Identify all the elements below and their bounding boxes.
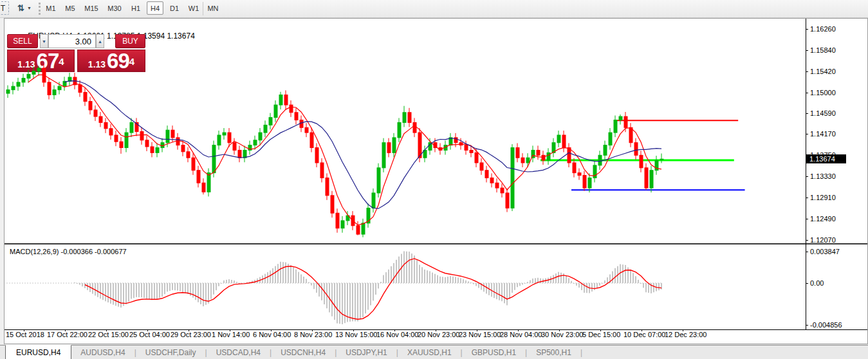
price-axis-tick [806,240,808,241]
timeframe-button-m1[interactable]: M1 [42,1,59,15]
macd-axis-label: 0.003847 [810,248,840,255]
macd-histogram-bar [295,270,297,283]
macd-histogram-bar [226,280,227,283]
macd-histogram-bar [527,282,528,283]
candle-body [624,116,627,127]
macd-histogram-bar [437,275,438,283]
macd-histogram-bar [221,283,222,284]
macd-histogram-bar [378,283,379,288]
candle-body [58,86,61,89]
macd-histogram-bar [218,283,219,286]
window-arrange-button[interactable]: ⇅ ▼ [13,1,36,15]
timeframe-button-w1[interactable]: W1 [185,1,202,15]
macd-histogram-bar [337,283,338,324]
chart-tab-sp500[interactable]: SP500,H1 [527,345,580,359]
candle-body [315,148,319,163]
macd-histogram-bar [661,283,662,290]
macd-histogram-bar [118,283,119,307]
candle-body [640,155,643,168]
chart-tab-audusd[interactable]: AUDUSD,H4 [71,345,134,359]
macd-axis-tick [806,325,808,326]
macd-histogram-bar [403,251,405,283]
macd-histogram-bar [357,283,358,321]
candle-body [547,152,550,160]
macd-histogram-bar [406,252,407,283]
chart-tab-xauusd[interactable]: XAUUSD,H1 [398,345,461,359]
price-axis-label: 1.12910 [810,194,836,201]
candle-body [465,145,468,151]
candle-body [614,120,617,133]
macd-histogram-bar [311,283,312,286]
macd-histogram-bar [365,283,366,313]
macd-histogram-bar [512,283,513,293]
chart-tab-usdjpy[interactable]: USDJPY,H1 [337,345,396,359]
candle-body [274,105,277,118]
macd-chart[interactable] [5,245,806,329]
macd-histogram-bar [97,283,98,297]
macd-histogram-bar [141,283,142,297]
macd-histogram-bar [151,283,152,300]
candle-body [207,173,210,192]
macd-histogram-bar [344,283,346,323]
candle-body [377,168,380,193]
macd-histogram-bar [79,283,80,285]
macd-histogram-bar [576,283,577,286]
chart-tab-strip: EURUSD,H4AUDUSD,H4|USDCHF,Daily|USDCAD,H… [0,345,868,359]
macd-histogram-bar [591,283,593,291]
macd-histogram-bar [316,283,317,293]
text-tool-button[interactable]: T [0,1,9,15]
macd-histogram-bar [275,266,276,283]
macd-histogram-bar [303,277,304,283]
candle-body [372,193,375,208]
macd-histogram-bar [509,283,510,299]
macd-histogram-bar [334,283,335,320]
macd-histogram-bar [236,282,237,283]
timeframe-button-d1[interactable]: D1 [166,1,183,15]
candle-body [382,143,385,168]
macd-indicator-label: MACD(12,26,9) -0.000366 -0.000677 [10,248,127,255]
timeframe-button-m5[interactable]: M5 [62,1,78,15]
candle-body [562,135,566,148]
candle-body [176,138,180,145]
candle-body [305,127,308,133]
chart-tab-eurusd[interactable]: EURUSD,H4 [5,345,71,359]
macd-histogram-bar [524,283,526,284]
time-axis-tick [600,329,601,331]
candle-body [99,116,102,122]
price-axis-tick [806,71,808,72]
macd-histogram-bar [460,278,461,283]
price-axis-label: 1.14170 [810,130,836,138]
chart-tab-usdchf[interactable]: USDCHF,Daily [136,345,205,359]
chart-tab-usdcnh[interactable]: USDCNH,H4 [272,345,335,359]
macd-histogram-bar [231,280,232,283]
chart-tab-usdcad[interactable]: USDCAD,H4 [207,345,270,359]
macd-histogram-bar [517,283,518,287]
timeframe-button-h4[interactable]: H4 [147,1,163,15]
timeframe-button-mn[interactable]: MN [205,1,221,15]
macd-histogram-bar [385,272,387,283]
candle-body [583,176,586,189]
macd-histogram-bar [192,283,194,298]
candle-body [156,148,159,153]
pane-splitter[interactable] [5,243,867,244]
toolbar-grip[interactable] [39,3,41,15]
macd-histogram-bar [476,283,477,286]
candle-body [511,148,514,208]
macd-histogram-bar [530,281,531,283]
chart-tab-gbpusd[interactable]: GBPUSD,H1 [463,345,525,359]
candle-body [254,140,257,145]
candle-body [392,138,396,152]
timeframe-button-m30[interactable]: M30 [104,1,125,15]
time-axis-tick [271,329,272,331]
macd-histogram-bar [463,279,464,283]
price-axis-label: 1.12490 [810,215,836,223]
timeframe-button-m15[interactable]: M15 [81,1,102,15]
macd-histogram-bar [447,277,448,283]
candle-body [217,135,221,145]
macd-histogram-bar [321,283,322,300]
candle-body [233,143,236,151]
time-axis-label: 28 Nov 04:00 [500,331,542,338]
time-axis-label: 13 Nov 15:00 [335,331,377,338]
price-chart[interactable] [5,19,806,243]
timeframe-button-h1[interactable]: H1 [127,1,144,15]
